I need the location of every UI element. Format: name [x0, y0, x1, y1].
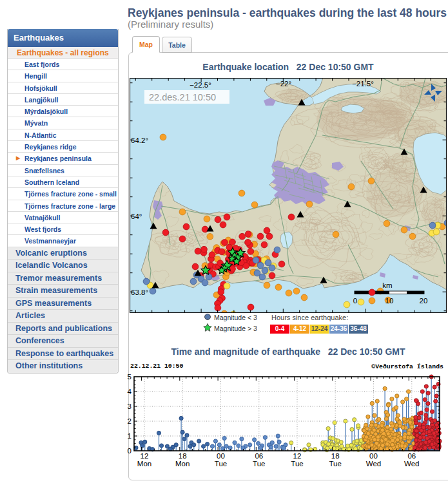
svg-text:00: 00 — [369, 452, 378, 460]
svg-text:−22°: −22° — [276, 80, 291, 88]
svg-text:00: 00 — [217, 452, 225, 460]
svg-text:Wed: Wed — [404, 460, 419, 468]
svg-text:Tue: Tue — [215, 460, 227, 468]
svg-text:4: 4 — [128, 388, 132, 395]
svg-text:km: km — [382, 281, 392, 289]
svg-text:Mon: Mon — [137, 460, 151, 468]
svg-text:63.8°: 63.8° — [131, 289, 148, 296]
svg-text:06: 06 — [407, 452, 416, 460]
svg-text:Mon: Mon — [175, 460, 190, 468]
svg-text:64.2°: 64.2° — [131, 137, 148, 144]
svg-text:1: 1 — [128, 432, 131, 440]
svg-text:Wed: Wed — [366, 460, 381, 468]
svg-text:5: 5 — [128, 373, 131, 381]
svg-text:2: 2 — [128, 417, 131, 425]
svg-text:18: 18 — [179, 452, 187, 460]
svg-text:12: 12 — [293, 452, 302, 460]
svg-text:22.12.21 10:50: 22.12.21 10:50 — [130, 363, 183, 370]
svg-text:64°: 64° — [131, 213, 142, 220]
svg-text:0: 0 — [128, 447, 131, 455]
svg-text:Tue: Tue — [253, 460, 265, 468]
svg-text:0: 0 — [353, 297, 357, 305]
svg-text:10: 10 — [385, 297, 394, 305]
svg-text:−21.5°: −21.5° — [352, 80, 374, 88]
svg-text:06: 06 — [255, 452, 263, 460]
svg-text:18: 18 — [331, 452, 340, 460]
svg-text:©Veðurstofa Íslands: ©Veðurstofa Íslands — [371, 363, 443, 370]
svg-text:Tue: Tue — [291, 460, 303, 468]
svg-text:−22.5°: −22.5° — [190, 81, 211, 89]
svg-text:3: 3 — [128, 402, 131, 410]
svg-text:22.des.21 10:50: 22.des.21 10:50 — [149, 92, 216, 102]
svg-text:12: 12 — [141, 452, 149, 460]
svg-text:20: 20 — [420, 297, 428, 305]
svg-text:Tue: Tue — [329, 460, 342, 468]
